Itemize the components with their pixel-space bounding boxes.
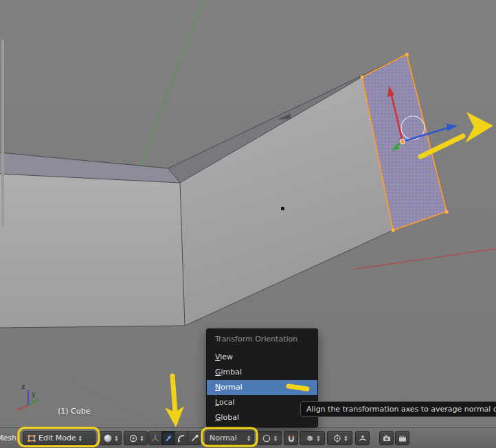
combo-arrows-icon: ▲▼ xyxy=(317,435,320,441)
toolbar-scroll-strip[interactable] xyxy=(1,39,4,227)
viewport-shading-dropdown[interactable]: ▲▼ xyxy=(99,431,122,445)
pivot-point-icon xyxy=(128,434,138,443)
mini-axis-widget: z y xyxy=(17,383,39,410)
mini-axis-y-line xyxy=(28,399,39,405)
snap-element-dropdown[interactable]: ▲▼ xyxy=(300,431,325,445)
menu-item-gimbal[interactable]: Gimbal xyxy=(207,365,317,380)
scale-manipulator-icon xyxy=(190,434,199,443)
manipulator-toggle-button[interactable] xyxy=(148,431,162,445)
object-info-label: (1) Cube xyxy=(58,407,90,416)
snap-target-icon xyxy=(332,434,342,443)
combo-arrows-icon: ▲▼ xyxy=(115,435,118,441)
combo-arrows-icon: ▲▼ xyxy=(345,435,348,441)
snap-magnet-toggle[interactable] xyxy=(284,431,298,445)
combo-arrows-icon: ▲▼ xyxy=(247,435,250,441)
snap-project-toggle[interactable] xyxy=(355,431,370,445)
opengl-render-animation-clapper-icon xyxy=(398,434,407,443)
manipulator-button-group xyxy=(148,431,201,445)
tooltip: Align the transformation axes to average… xyxy=(300,401,496,417)
opengl-render-button[interactable] xyxy=(379,431,394,445)
mesh-menu[interactable]: Mesh xyxy=(0,428,16,448)
combo-arrows-icon: ▲▼ xyxy=(141,435,144,441)
menu-title: Transform Orientation xyxy=(207,329,317,350)
mini-axis-x-line xyxy=(17,405,28,410)
manipulator-axis-icon xyxy=(150,434,160,443)
editmode-cube-icon xyxy=(27,434,36,443)
object-origin-dot xyxy=(281,207,284,210)
gizmo-center-dot xyxy=(401,139,405,144)
gizmo-normal-x-arrowhead[interactable] xyxy=(447,124,458,131)
combo-arrows-icon: ▲▼ xyxy=(79,435,82,441)
combo-arrows-icon: ▲▼ xyxy=(274,435,277,441)
menu-item-normal[interactable]: Normal xyxy=(207,380,317,395)
blender-3d-viewport-window: z y (1) Cube Transform Orientation View … xyxy=(0,0,496,448)
viewport-header: Mesh Edit Mode ▲▼ ▲▼ xyxy=(0,427,496,448)
menu-item-view[interactable]: View xyxy=(207,350,317,365)
mini-axis-z-label: z xyxy=(21,383,25,390)
scale-manipulator-button[interactable] xyxy=(188,431,201,445)
orientation-selector[interactable]: Normal ▲▼ xyxy=(205,431,254,445)
mesh-face-slab-front[interactable] xyxy=(0,174,185,328)
pivot-point-dropdown[interactable]: ▲▼ xyxy=(124,431,148,445)
viewport-shading-sphere-icon xyxy=(103,434,113,443)
snap-element-cube-icon xyxy=(305,434,315,443)
rotate-manipulator-icon xyxy=(177,434,186,443)
mode-selector-label: Edit Mode xyxy=(38,434,76,443)
mini-axis-y-label: y xyxy=(32,390,36,398)
translate-manipulator-icon xyxy=(164,434,173,443)
snap-project-icon xyxy=(358,434,368,443)
rotate-manipulator-button[interactable] xyxy=(174,431,188,445)
proportional-editing-dropdown[interactable]: ▲▼ xyxy=(257,431,282,445)
opengl-render-animation-button[interactable] xyxy=(395,431,409,445)
grid-y-axis-green xyxy=(140,0,203,166)
translate-manipulator-button[interactable] xyxy=(161,431,175,445)
snap-magnet-icon xyxy=(286,434,296,443)
grid-x-axis-red xyxy=(352,249,496,269)
snap-target-dropdown[interactable]: ▲▼ xyxy=(327,431,352,445)
mode-selector[interactable]: Edit Mode ▲▼ xyxy=(23,431,95,445)
proportional-editing-icon xyxy=(262,434,271,443)
opengl-render-camera-icon xyxy=(382,434,392,443)
orientation-selector-label: Normal xyxy=(210,434,237,443)
